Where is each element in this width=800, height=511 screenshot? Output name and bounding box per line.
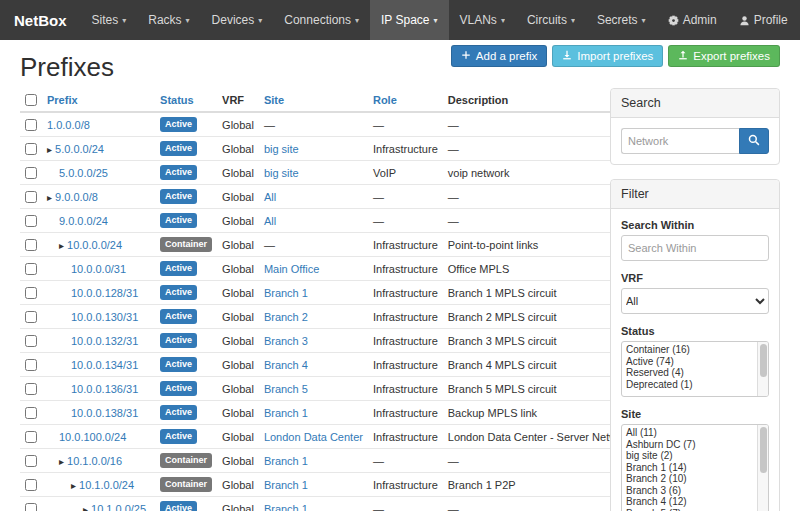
status-option[interactable]: Reserved (4) (624, 367, 755, 379)
expand-caret-icon[interactable]: ▸ (71, 480, 76, 491)
site-filter-listbox[interactable]: All (11)Ashburn DC (7)big site (2)Branch… (621, 424, 769, 511)
prefix-link[interactable]: 10.0.0.136/31 (71, 383, 138, 395)
nav-item-secrets[interactable]: Secrets▾ (586, 0, 657, 40)
import-prefixes-button[interactable]: Import prefixes (552, 45, 663, 67)
column-header-site[interactable]: Site (259, 88, 368, 112)
nav-item-label: Connections (284, 13, 351, 27)
prefix-link[interactable]: 9.0.0.0/24 (59, 215, 108, 227)
expand-caret-icon[interactable]: ▸ (59, 240, 64, 251)
prefix-link[interactable]: 10.0.0.0/31 (71, 263, 126, 275)
scrollbar[interactable] (757, 342, 768, 396)
nav-item-sites[interactable]: Sites▾ (81, 0, 138, 40)
vrf-select[interactable]: All (621, 288, 769, 314)
row-checkbox[interactable] (25, 239, 37, 251)
site-link[interactable]: Branch 1 (264, 503, 308, 511)
row-checkbox[interactable] (25, 191, 37, 203)
prefix-link[interactable]: 5.0.0.0/25 (59, 167, 108, 179)
nav-item-connections[interactable]: Connections▾ (273, 0, 370, 40)
prefix-link[interactable]: 10.0.100.0/24 (59, 431, 126, 443)
prefix-link[interactable]: 1.0.0.0/8 (47, 119, 90, 131)
site-link[interactable]: big site (264, 143, 299, 155)
row-checkbox[interactable] (25, 215, 37, 227)
site-link[interactable]: Branch 1 (264, 407, 308, 419)
row-checkbox[interactable] (25, 407, 37, 419)
row-checkbox[interactable] (25, 455, 37, 467)
nav-item-devices[interactable]: Devices▾ (201, 0, 274, 40)
nav-item-profile[interactable]: Profile (728, 0, 799, 40)
status-option[interactable]: Active (74) (624, 356, 755, 368)
status-filter-listbox[interactable]: Container (16)Active (74)Reserved (4)Dep… (621, 341, 769, 397)
site-link[interactable]: Branch 3 (264, 335, 308, 347)
row-checkbox[interactable] (25, 503, 37, 511)
export-prefixes-button[interactable]: Export prefixes (668, 45, 780, 67)
site-link[interactable]: All (264, 215, 276, 227)
row-checkbox[interactable] (25, 431, 37, 443)
prefix-link[interactable]: 10.0.0.132/31 (71, 335, 138, 347)
prefix-link[interactable]: 10.0.0.130/31 (71, 311, 138, 323)
status-option[interactable]: Deprecated (1) (624, 379, 755, 391)
site-link[interactable]: Branch 1 (264, 455, 308, 467)
site-link[interactable]: Branch 4 (264, 359, 308, 371)
prefix-link[interactable]: 10.0.0.134/31 (71, 359, 138, 371)
site-link[interactable]: Branch 1 (264, 479, 308, 491)
site-option[interactable]: Branch 2 (10) (624, 473, 755, 485)
row-checkbox[interactable] (25, 479, 37, 491)
select-all-checkbox[interactable] (25, 94, 37, 106)
scrollbar-thumb[interactable] (760, 344, 767, 377)
nav-item-label: Circuits (527, 13, 567, 27)
site-option[interactable]: All (11) (624, 427, 755, 439)
prefix-link[interactable]: 10.1.0.0/16 (67, 455, 122, 467)
row-checkbox[interactable] (25, 311, 37, 323)
expand-caret-icon[interactable]: ▸ (59, 456, 64, 467)
search-input[interactable] (621, 128, 739, 154)
row-checkbox[interactable] (25, 167, 37, 179)
nav-item-racks[interactable]: Racks▾ (137, 0, 200, 40)
nav-item-circuits[interactable]: Circuits▾ (516, 0, 586, 40)
site-option[interactable]: Branch 5 (7) (624, 508, 755, 511)
row-checkbox[interactable] (25, 359, 37, 371)
nav-item-vlans[interactable]: VLANs▾ (449, 0, 516, 40)
expand-caret-icon[interactable]: ▸ (47, 192, 52, 203)
row-checkbox[interactable] (25, 263, 37, 275)
site-link[interactable]: All (264, 191, 276, 203)
row-checkbox[interactable] (25, 383, 37, 395)
site-link[interactable]: London Data Center (264, 431, 363, 443)
row-checkbox[interactable] (25, 335, 37, 347)
table-row: ▸10.1.0.0/16ContainerGlobalBranch 1—— (20, 449, 637, 473)
site-option[interactable]: Branch 4 (12) (624, 496, 755, 508)
row-checkbox[interactable] (25, 287, 37, 299)
prefix-link[interactable]: 10.0.0.128/31 (71, 287, 138, 299)
site-option[interactable]: Branch 1 (14) (624, 462, 755, 474)
column-header-role[interactable]: Role (368, 88, 443, 112)
prefix-link[interactable]: 10.1.0.0/25 (91, 503, 146, 511)
site-option[interactable]: Branch 3 (6) (624, 485, 755, 497)
brand-logo[interactable]: NetBox (0, 0, 81, 40)
site-option[interactable]: big site (2) (624, 450, 755, 462)
scrollbar[interactable] (757, 425, 768, 511)
site-option[interactable]: Ashburn DC (7) (624, 439, 755, 451)
add-prefix-button[interactable]: Add a prefix (451, 45, 547, 67)
expand-caret-icon[interactable]: ▸ (47, 144, 52, 155)
row-checkbox[interactable] (25, 143, 37, 155)
column-header-prefix[interactable]: Prefix (42, 88, 155, 112)
row-checkbox[interactable] (25, 119, 37, 131)
column-header-status[interactable]: Status (155, 88, 217, 112)
nav-item-ip-space[interactable]: IP Space▾ (370, 0, 449, 40)
nav-item-admin[interactable]: Admin (657, 0, 728, 40)
site-link[interactable]: Branch 2 (264, 311, 308, 323)
status-option[interactable]: Container (16) (624, 344, 755, 356)
expand-caret-icon[interactable]: ▸ (83, 504, 88, 511)
prefix-link[interactable]: 10.1.0.0/24 (79, 479, 134, 491)
nav-item-label: IP Space (381, 13, 429, 27)
search-button[interactable] (739, 128, 769, 154)
prefix-link[interactable]: 10.0.0.138/31 (71, 407, 138, 419)
site-link[interactable]: big site (264, 167, 299, 179)
scrollbar-thumb[interactable] (760, 427, 767, 473)
prefix-link[interactable]: 5.0.0.0/24 (55, 143, 104, 155)
search-within-input[interactable] (621, 235, 769, 261)
prefix-link[interactable]: 10.0.0.0/24 (67, 239, 122, 251)
site-link[interactable]: Main Office (264, 263, 319, 275)
prefix-link[interactable]: 9.0.0.0/8 (55, 191, 98, 203)
site-link[interactable]: Branch 1 (264, 287, 308, 299)
site-link[interactable]: Branch 5 (264, 383, 308, 395)
